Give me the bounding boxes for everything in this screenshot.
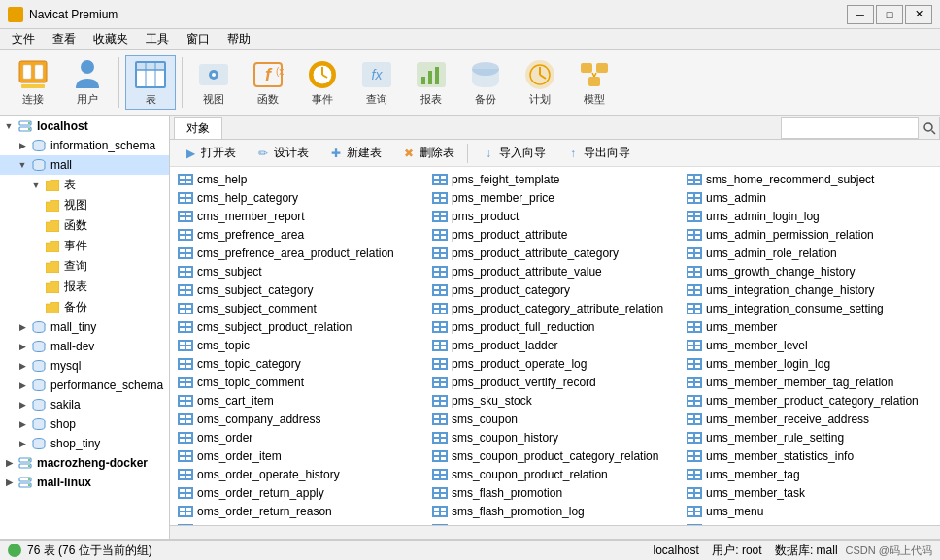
- obj-btn-import[interactable]: ↓导入向导: [472, 143, 554, 164]
- table-item[interactable]: cms_topic_comment: [174, 374, 427, 391]
- menu-item-查看[interactable]: 查看: [45, 29, 84, 49]
- table-item[interactable]: ums_member_product_category_relation: [683, 392, 936, 410]
- table-item[interactable]: ums_member_tag: [683, 466, 936, 483]
- obj-btn-open[interactable]: ▶打开表: [174, 143, 245, 164]
- table-item[interactable]: sms_flash_promotion_log: [428, 503, 682, 520]
- sidebar-item-mall-dev[interactable]: ▶ mall-dev: [0, 337, 169, 356]
- table-item[interactable]: ums_admin_login_log: [683, 208, 936, 225]
- table-item[interactable]: cms_member_report: [174, 208, 427, 225]
- tab-objects[interactable]: 对象: [174, 117, 222, 139]
- table-item[interactable]: pms_product_attribute_category: [428, 245, 682, 262]
- menu-item-收藏夹[interactable]: 收藏夹: [85, 29, 136, 49]
- obj-btn-delete[interactable]: ✖删除表: [392, 143, 463, 164]
- sidebar-item-functions[interactable]: 函数: [0, 215, 169, 236]
- table-item[interactable]: ums_integration_consume_setting: [683, 300, 936, 317]
- obj-btn-export[interactable]: ↑导出向导: [556, 143, 639, 164]
- sidebar-item-mysql[interactable]: ▶ mysql: [0, 356, 169, 376]
- sidebar-item-localhost[interactable]: ▼ localhost: [0, 116, 169, 136]
- menu-item-帮助[interactable]: 帮助: [219, 29, 258, 49]
- table-item[interactable]: oms_order_operate_history: [174, 466, 427, 483]
- sidebar-item-backups[interactable]: 备份: [0, 297, 169, 317]
- sidebar-item-tables[interactable]: ▼ 表: [0, 175, 169, 195]
- sidebar-item-shop[interactable]: ▶ shop: [0, 414, 169, 434]
- menu-item-工具[interactable]: 工具: [138, 29, 177, 49]
- table-item[interactable]: pms_product_vertify_record: [428, 374, 682, 391]
- table-item[interactable]: pms_member_price: [428, 189, 682, 207]
- table-item[interactable]: sms_home_recommend_subject: [683, 171, 936, 188]
- table-item[interactable]: oms_order_return_apply: [174, 484, 427, 502]
- table-item[interactable]: pms_product_operate_log: [428, 355, 682, 373]
- table-item[interactable]: pms_product_ladder: [428, 337, 682, 354]
- table-item[interactable]: oms_cart_item: [174, 392, 427, 410]
- table-item[interactable]: cms_topic: [174, 337, 427, 354]
- table-item[interactable]: sms_coupon_history: [428, 429, 682, 446]
- table-item[interactable]: oms_order_item: [174, 447, 427, 465]
- table-item[interactable]: ums_integration_change_history: [683, 281, 936, 299]
- table-item[interactable]: pms_product_category: [428, 281, 682, 299]
- sidebar-item-mall[interactable]: ▼ mall: [0, 155, 169, 175]
- toolbar-query-button[interactable]: fx查询: [352, 55, 402, 110]
- table-item[interactable]: cms_prefrence_area: [174, 226, 427, 244]
- sidebar-item-information_schema[interactable]: ▶ information_schema: [0, 136, 169, 155]
- table-item[interactable]: cms_subject_comment: [174, 300, 427, 317]
- table-item[interactable]: pms_product_attribute: [428, 226, 682, 244]
- sidebar-item-sakila[interactable]: ▶ sakila: [0, 395, 169, 414]
- table-item[interactable]: cms_prefrence_area_product_relation: [174, 245, 427, 262]
- toolbar-user-button[interactable]: 用户: [62, 55, 113, 110]
- table-item[interactable]: ums_member_statistics_info: [683, 447, 936, 465]
- toolbar-function-button[interactable]: f(x)函数: [243, 55, 293, 110]
- table-item[interactable]: oms_company_address: [174, 411, 427, 428]
- menu-item-文件[interactable]: 文件: [4, 29, 43, 49]
- toolbar-table-button[interactable]: 表: [125, 55, 176, 110]
- table-item[interactable]: pms_product_category_attribute_relation: [428, 300, 682, 317]
- table-item[interactable]: ums_member_login_log: [683, 355, 936, 373]
- toolbar-backup-button[interactable]: 备份: [460, 55, 511, 110]
- toolbar-view-button[interactable]: 视图: [188, 55, 239, 110]
- table-item[interactable]: ums_member: [683, 318, 936, 336]
- minimize-button[interactable]: ─: [847, 5, 874, 24]
- table-item[interactable]: ums_admin_permission_relation: [683, 226, 936, 244]
- sidebar-item-queries[interactable]: 查询: [0, 256, 169, 277]
- sidebar-item-shop_tiny[interactable]: ▶ shop_tiny: [0, 434, 169, 453]
- sidebar-item-mall_tiny[interactable]: ▶ mall_tiny: [0, 317, 169, 337]
- sidebar-item-views[interactable]: 视图: [0, 195, 169, 215]
- sidebar-item-events[interactable]: 事件: [0, 236, 169, 256]
- table-item[interactable]: pms_product_full_reduction: [428, 318, 682, 336]
- table-item[interactable]: cms_help: [174, 171, 427, 188]
- table-item[interactable]: sms_flash_promotion: [428, 484, 682, 502]
- table-item[interactable]: cms_subject: [174, 263, 427, 280]
- close-button[interactable]: ✕: [905, 5, 932, 24]
- menu-item-窗口[interactable]: 窗口: [179, 29, 218, 49]
- table-item[interactable]: cms_help_category: [174, 189, 427, 207]
- search-input[interactable]: [782, 121, 918, 135]
- table-item[interactable]: ums_member_receive_address: [683, 411, 936, 428]
- table-item[interactable]: ums_growth_change_history: [683, 263, 936, 280]
- table-item[interactable]: oms_order: [174, 429, 427, 446]
- horizontal-scrollbar[interactable]: [170, 525, 940, 539]
- search-button[interactable]: [918, 117, 939, 139]
- table-item[interactable]: cms_subject_category: [174, 281, 427, 299]
- table-item[interactable]: cms_subject_product_relation: [174, 318, 427, 336]
- table-item[interactable]: pms_sku_stock: [428, 392, 682, 410]
- sidebar-item-macrozheng-docker[interactable]: ▶ macrozheng-docker: [0, 453, 169, 473]
- table-item[interactable]: ums_member_rule_setting: [683, 429, 936, 446]
- sidebar-item-reports[interactable]: 报表: [0, 277, 169, 297]
- sidebar-item-performance_schema[interactable]: ▶ performance_schema: [0, 376, 169, 395]
- table-item[interactable]: ums_menu: [683, 503, 936, 520]
- table-item[interactable]: sms_coupon: [428, 411, 682, 428]
- table-item[interactable]: cms_topic_category: [174, 355, 427, 373]
- obj-btn-design[interactable]: ✏设计表: [247, 143, 318, 164]
- toolbar-schedule-button[interactable]: 计划: [515, 55, 565, 110]
- obj-btn-new[interactable]: ✚新建表: [319, 143, 390, 164]
- table-item[interactable]: ums_member_task: [683, 484, 936, 502]
- table-item[interactable]: pms_feight_template: [428, 171, 682, 188]
- table-item[interactable]: ums_member_level: [683, 337, 936, 354]
- table-item[interactable]: pms_product: [428, 208, 682, 225]
- toolbar-model-button[interactable]: 模型: [569, 55, 620, 110]
- toolbar-connect-button[interactable]: 连接: [8, 55, 58, 110]
- table-item[interactable]: ums_admin_role_relation: [683, 245, 936, 262]
- table-item[interactable]: ums_member_member_tag_relation: [683, 374, 936, 391]
- table-item[interactable]: oms_order_return_reason: [174, 503, 427, 520]
- maximize-button[interactable]: □: [876, 5, 903, 24]
- sidebar-item-mall-linux[interactable]: ▶ mall-linux: [0, 473, 169, 492]
